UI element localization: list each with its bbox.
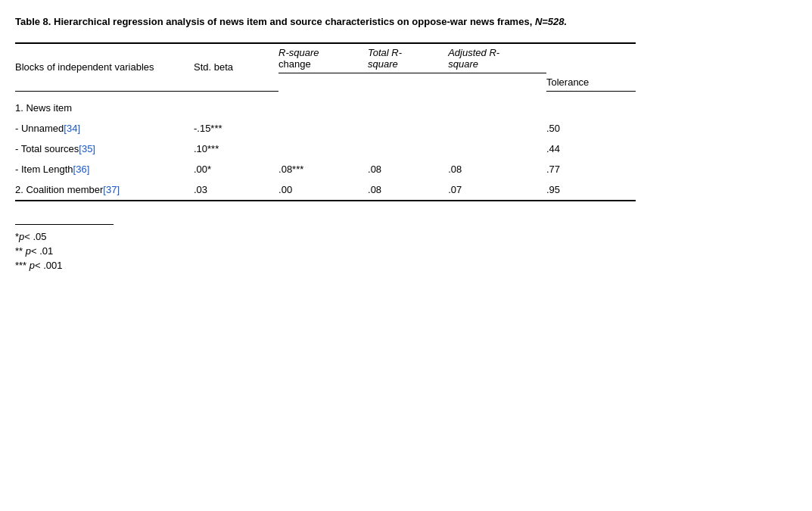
row-item-length-adj-rsq: .08 bbox=[448, 159, 546, 179]
row-coalition-total-rsq: .08 bbox=[368, 179, 448, 201]
row-unnamed-tolerance: .50 bbox=[546, 118, 636, 139]
ref-34-link[interactable]: [34] bbox=[64, 123, 80, 134]
table-row: - Total sources[35] .10*** .44 bbox=[15, 139, 636, 159]
row-unnamed-beta: -.15*** bbox=[194, 118, 278, 139]
row-total-sources-tolerance: .44 bbox=[546, 139, 636, 159]
col2-header: Std. beta bbox=[194, 43, 278, 91]
row-item-length-beta: .00* bbox=[194, 159, 278, 179]
col6-header bbox=[546, 43, 636, 73]
regression-table: Blocks of independent variables Std. bet… bbox=[15, 42, 636, 201]
title-n: N=528. bbox=[535, 16, 567, 27]
table-header-row: Blocks of independent variables Std. bet… bbox=[15, 43, 636, 73]
title-bold: Table 8. Hierarchical regression analysi… bbox=[15, 16, 532, 27]
row-unnamed-label: - Unnamed[34] bbox=[15, 118, 194, 139]
footnote-2: ** p< .01 bbox=[15, 245, 114, 257]
col5-tolerance-spacer bbox=[448, 73, 546, 92]
col5-header: Adjusted R-square bbox=[448, 43, 546, 73]
row-coalition-rsq-change: .00 bbox=[278, 179, 368, 201]
col4-header: Total R-square bbox=[368, 43, 448, 73]
row-coalition-adj-rsq: .07 bbox=[448, 179, 546, 201]
table-title: Table 8. Hierarchical regression analysi… bbox=[15, 15, 797, 29]
row-coalition-tolerance: .95 bbox=[546, 179, 636, 201]
footnotes-section: *p< .05 ** p< .01 *** p< .001 bbox=[15, 224, 114, 271]
row-coalition-beta: .03 bbox=[194, 179, 278, 201]
table-row: 2. Coalition member[37] .03 .00 .08 .07 … bbox=[15, 179, 636, 201]
section-news-item: 1. News item bbox=[15, 91, 636, 118]
ref-37-link[interactable]: [37] bbox=[103, 184, 120, 195]
col4-tolerance-spacer bbox=[368, 73, 448, 92]
row-coalition-label: 2. Coalition member[37] bbox=[15, 179, 194, 201]
ref-36-link[interactable]: [36] bbox=[73, 164, 90, 175]
ref-35-link[interactable]: [35] bbox=[79, 143, 95, 154]
row-total-sources-beta: .10*** bbox=[194, 139, 278, 159]
table-row: - Unnamed[34] -.15*** .50 bbox=[15, 118, 636, 139]
row-item-length-label: - Item Length[36] bbox=[15, 159, 194, 179]
row-item-length-rsq-change: .08*** bbox=[278, 159, 368, 179]
col3-tolerance-spacer bbox=[278, 73, 368, 92]
table-row: - Item Length[36] .00* .08*** .08 .08 .7… bbox=[15, 159, 636, 179]
col3-header: R-square change bbox=[278, 43, 368, 73]
footnote-3: *** p< .001 bbox=[15, 260, 114, 271]
row-item-length-tolerance: .77 bbox=[546, 159, 636, 179]
row-total-sources-label: - Total sources[35] bbox=[15, 139, 194, 159]
col1-header: Blocks of independent variables bbox=[15, 43, 194, 91]
section-label: 1. News item bbox=[15, 91, 194, 118]
footnote-1: *p< .05 bbox=[15, 231, 114, 242]
tolerance-label: Tolerance bbox=[546, 73, 636, 92]
row-item-length-total-rsq: .08 bbox=[368, 159, 448, 179]
